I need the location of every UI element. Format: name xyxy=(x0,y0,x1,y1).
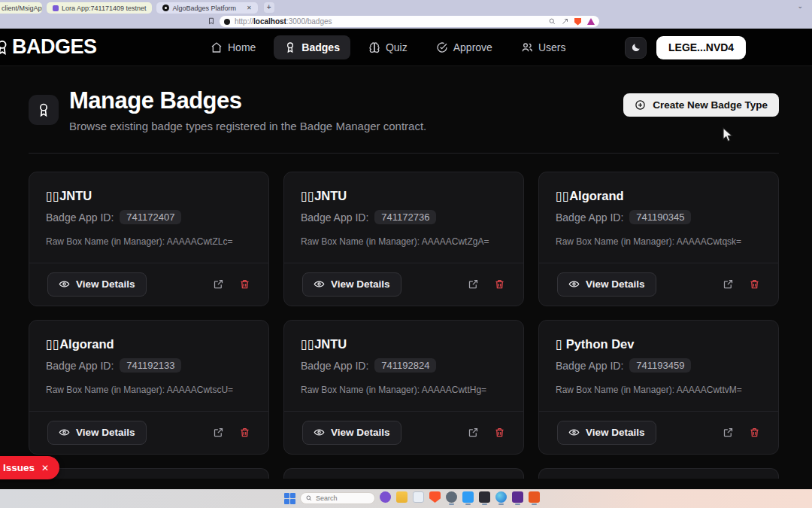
browser-tab-2[interactable]: Lora App:741171409 testnet xyxy=(47,2,152,14)
visual-studio-icon[interactable] xyxy=(512,491,523,503)
view-details-label: View Details xyxy=(586,427,645,438)
badge-card: ▯▯JNTU Badge App ID: 741172736 Raw Box N… xyxy=(283,172,524,306)
view-details-button[interactable]: View Details xyxy=(47,272,147,297)
browser-toolbar: http://localhost:3000/badges xyxy=(0,14,812,29)
edge-browser-icon[interactable] xyxy=(495,491,507,503)
delete-icon[interactable] xyxy=(239,278,250,290)
badge-card: ▯▯JNTU Badge App ID: 741172407 Raw Box N… xyxy=(29,172,269,306)
nav-item-users[interactable]: Users xyxy=(511,35,577,59)
section-divider xyxy=(29,153,779,154)
nav-item-quiz[interactable]: Quiz xyxy=(358,35,418,59)
external-link-icon[interactable] xyxy=(723,278,734,290)
browser-tab-1[interactable]: client/MsigApp.clie xyxy=(0,2,42,14)
settings-app-icon[interactable] xyxy=(446,491,457,503)
external-link-icon[interactable] xyxy=(213,427,224,438)
site-info-icon[interactable] xyxy=(224,19,230,25)
view-details-label: View Details xyxy=(76,427,135,438)
raw-box-name: Raw Box Name (in Manager): AAAAACwtscU= xyxy=(46,385,233,395)
app-id-chip: 741190345 xyxy=(629,210,691,224)
raw-box-name: Raw Box Name (in Manager): AAAAACwtZgA= xyxy=(301,236,489,247)
eye-icon xyxy=(314,278,325,290)
vscode-app-icon[interactable] xyxy=(462,491,474,503)
photos-app-icon[interactable] xyxy=(413,491,424,503)
mouse-cursor xyxy=(723,127,734,143)
url-bar[interactable]: http://localhost:3000/badges xyxy=(220,16,599,27)
delete-icon[interactable] xyxy=(749,278,760,290)
share-icon[interactable] xyxy=(562,18,568,25)
app-id-label: Badge App ID: xyxy=(46,211,114,224)
create-new-badge-button[interactable]: Create New Badge Type xyxy=(623,93,779,117)
raw-box-name: Raw Box Name (in Manager): AAAAACwtqsk= xyxy=(556,236,741,247)
card-footer: View Details xyxy=(284,411,523,454)
taskbar-search[interactable] xyxy=(300,492,375,504)
tab-label: Lora App:741171409 testnet xyxy=(62,5,146,12)
nav-label: Home xyxy=(228,41,256,53)
card-footer: View Details xyxy=(29,263,268,306)
brain-icon xyxy=(368,41,380,53)
nav-label: Approve xyxy=(453,41,492,53)
app-id-label: Badge App ID: xyxy=(301,211,368,224)
delete-icon[interactable] xyxy=(749,427,760,438)
new-tab-button[interactable]: + xyxy=(264,2,274,13)
brave-browser-icon[interactable] xyxy=(429,491,441,503)
app-logo[interactable]: BADGES xyxy=(0,35,97,59)
app-navbar: BADGES Home Badges Quiz xyxy=(0,29,812,66)
view-details-button[interactable]: View Details xyxy=(557,272,656,297)
badge-card-partial xyxy=(29,468,269,479)
start-button[interactable] xyxy=(284,493,295,504)
tab-close-icon[interactable]: ✕ xyxy=(247,5,252,11)
badge-name: ▯▯JNTU xyxy=(301,337,347,351)
raw-box-name: Raw Box Name (in Manager): AAAAACwttHg= xyxy=(301,385,486,395)
home-icon xyxy=(211,41,223,53)
nav-label: Badges xyxy=(301,41,340,53)
issues-badge[interactable]: Issues ✕ xyxy=(0,456,59,479)
screen: client/MsigApp.clie Lora App:741171409 t… xyxy=(0,0,812,508)
card-footer: View Details xyxy=(539,411,778,454)
nav-item-home[interactable]: Home xyxy=(200,35,266,59)
bookmark-icon[interactable] xyxy=(208,17,215,26)
users-icon xyxy=(521,41,533,53)
eye-icon xyxy=(59,278,70,290)
view-details-button[interactable]: View Details xyxy=(47,421,147,445)
view-details-label: View Details xyxy=(586,278,645,290)
page-header-badge-icon xyxy=(29,95,59,125)
zoom-icon[interactable] xyxy=(549,18,556,25)
app-id-chip: 741193459 xyxy=(629,358,691,373)
nav-item-badges[interactable]: Badges xyxy=(274,35,350,59)
external-link-icon[interactable] xyxy=(213,278,224,290)
brave-shield-icon[interactable] xyxy=(574,18,581,26)
search-input[interactable] xyxy=(316,494,368,502)
app-id-label: Badge App ID: xyxy=(301,360,368,372)
app-id-label: Badge App ID: xyxy=(556,211,623,224)
external-link-icon[interactable] xyxy=(723,427,734,438)
app-id-chip: 741192824 xyxy=(374,358,436,373)
view-details-button[interactable]: View Details xyxy=(302,421,401,445)
terminal-app-icon[interactable] xyxy=(479,491,490,503)
tab-overflow-chevron-icon[interactable]: ⌄ xyxy=(797,2,803,10)
view-details-label: View Details xyxy=(331,427,390,438)
browser-tab-active[interactable]: AlgoBadges Platform ✕ xyxy=(156,2,257,14)
theme-toggle-button[interactable] xyxy=(625,37,647,59)
delete-icon[interactable] xyxy=(494,278,505,290)
nav-menu: Home Badges Quiz Approve xyxy=(200,29,576,66)
delete-icon[interactable] xyxy=(239,427,250,438)
browser-chrome: client/MsigApp.clie Lora App:741171409 t… xyxy=(0,0,812,29)
nav-item-approve[interactable]: Approve xyxy=(426,35,503,59)
page-subtitle: Browse existing badge types registered i… xyxy=(69,120,426,132)
external-link-icon[interactable] xyxy=(468,427,479,438)
eye-icon xyxy=(59,427,70,438)
external-link-icon[interactable] xyxy=(468,278,479,290)
file-explorer-icon[interactable] xyxy=(396,491,408,503)
warning-triangle-icon[interactable] xyxy=(587,18,595,25)
issues-close-icon[interactable]: ✕ xyxy=(41,463,49,473)
view-details-button[interactable]: View Details xyxy=(557,421,656,445)
wallet-address-button[interactable]: LEGE...NVD4 xyxy=(656,36,746,59)
url-text[interactable]: http://localhost:3000/badges xyxy=(235,17,332,26)
orange-app-icon[interactable] xyxy=(529,491,540,503)
delete-icon[interactable] xyxy=(494,427,505,438)
view-details-button[interactable]: View Details xyxy=(302,272,401,297)
chat-app-icon[interactable] xyxy=(380,491,391,503)
badge-logo-icon xyxy=(0,38,11,57)
badge-name: ▯▯Algorand xyxy=(46,337,114,351)
eye-icon xyxy=(568,278,580,290)
